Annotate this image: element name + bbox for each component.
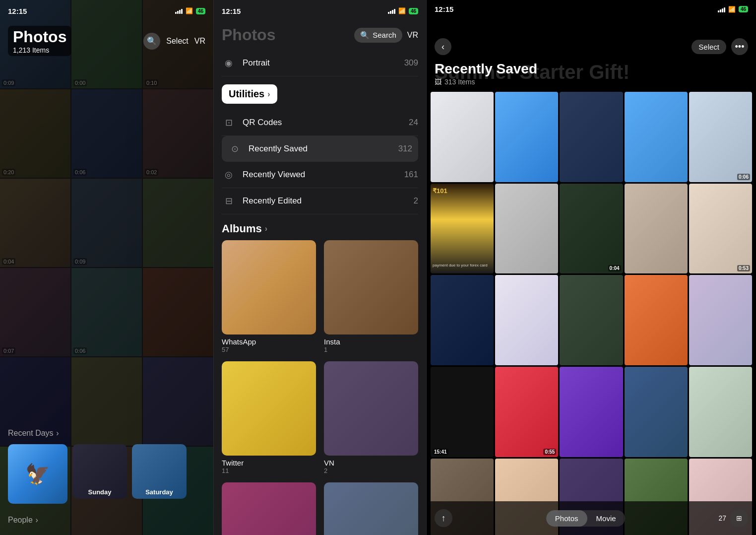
people-chevron: › [35,516,38,524]
status-bar-2: 12:15 📶 46 [222,0,418,22]
grid-thumb-6[interactable]: ₹101 payment due to your forex card [431,184,494,274]
album-recently-edited[interactable]: ⊟ Recently Edited 2 [222,188,418,214]
signal-bar-3 [179,10,181,14]
album-recently-viewed[interactable]: ◎ Recently Viewed 161 [222,162,418,188]
search-button-2[interactable]: 🔍 Search [354,28,402,43]
panel2-actions: 🔍 Search VR [354,28,418,43]
recently-saved-row[interactable]: ⊙ Recently Saved 312 [222,136,418,162]
grid-thumb-7[interactable] [495,184,558,274]
grid-thumb-14[interactable] [625,275,688,365]
day-thumb-saturday[interactable]: Saturday [132,444,187,499]
album-card-vn[interactable]: VN 2 [324,361,418,474]
grid-thumb-4[interactable] [625,92,688,182]
grid-thumb-20[interactable] [689,367,752,457]
day-thumb-featured[interactable]: 🦅 [8,444,67,504]
back-button[interactable]: ‹ [435,38,451,55]
people-section[interactable]: People › [8,514,205,525]
tab-movie[interactable]: Movie [587,510,625,527]
utilities-button[interactable]: Utilities › [222,84,277,104]
panel1-actions: 🔍 Select VR [143,33,205,50]
grid-thumb-8[interactable]: 0:04 [560,184,623,274]
vr-button-2[interactable]: VR [407,31,418,40]
album-card-snapchat[interactable]: Snapchat 11 [222,482,316,535]
vn-thumb [324,361,418,456]
photos-heading: Photos [13,28,66,46]
album-recently-saved[interactable]: ⊙ Recently Saved 312 [222,136,418,162]
search-button-1[interactable]: 🔍 [143,33,160,50]
albums-section-title[interactable]: Albums › [214,214,426,240]
grid-thumb-19[interactable] [625,367,688,457]
grid-thumb-2[interactable] [495,92,558,182]
grid-view-button[interactable]: ⊞ [730,509,748,527]
phot-thumb [324,482,418,535]
tab-photos[interactable]: Photos [546,510,587,527]
album-card-insta[interactable]: Insta 1 [324,240,418,353]
share-button[interactable]: ↑ [435,509,452,527]
more-button[interactable]: ••• [731,38,748,55]
albums-label: Albums [222,222,262,235]
grid-thumb-9[interactable] [625,184,688,274]
wifi-icon: 📶 [186,7,193,14]
select-button-3[interactable]: Select [692,40,726,54]
panel3-main-title: Recently Saved [435,61,748,77]
recently-edited-name: Recently Edited [243,196,302,206]
panel2-header: 12:15 📶 46 Photos 🔍 Search VR [214,0,426,50]
grid-thumb-5[interactable]: 0:06 [689,92,752,182]
grid-thumb-15[interactable] [689,275,752,365]
status-icons-3: 📶 46 [718,6,748,13]
recently-section: ◎ Recently Viewed 161 ⊟ Recently Edited … [214,162,426,214]
status-time-3: 12:15 [435,5,453,13]
count-grid-group: 27 ⊞ [718,509,748,527]
grid-thumb-10[interactable]: 0:53 [689,184,752,274]
vr-button-1[interactable]: VR [194,37,205,46]
battery-badge-3: 46 [739,6,748,12]
grid-thumb-18[interactable] [560,367,623,457]
panel1-photos: 0:09 0:00 0:10 0:20 0:06 0:02 0:04 0:09 … [0,0,213,535]
grid-thumb-12[interactable] [495,275,558,365]
grid-thumb-1[interactable] [431,92,494,182]
panel2-heading: Photos [222,26,275,44]
whatsapp-count: 57 [222,346,316,353]
status-icons-1: 📶 46 [175,7,205,14]
people-label: People [8,516,33,524]
recent-days-chevron[interactable]: › [56,429,59,437]
day-label-sunday: Sunday [72,488,127,496]
album-qr-codes[interactable]: ⊡ QR Codes 24 [222,110,418,136]
signal-bar-1 [175,12,177,14]
qr-left: ⊡ QR Codes [222,116,282,130]
grid-thumb-17[interactable]: 0:55 [495,367,558,457]
album-card-twitter[interactable]: Twitter 11 [222,361,316,474]
panel3-title-section: Summer Starter Gift! Recently Saved 🖼 31… [427,61,756,92]
select-button-1[interactable]: Select [166,37,188,46]
duration-10: 0:53 [737,265,750,271]
album-card-whatsapp[interactable]: WhatsApp 57 [222,240,316,353]
recent-days-title: Recent Days › [8,427,205,438]
albums-grid: WhatsApp 57 Insta 1 Twitter 11 VN 2 Snap… [214,240,426,535]
portrait-count: 309 [404,58,418,68]
panel3-count-text: 313 Items [444,78,475,86]
grid-thumb-16[interactable]: 15:41 [431,367,494,457]
whatsapp-thumb [222,240,316,334]
signal-bars-3 [718,6,725,12]
battery-badge-2: 46 [409,8,418,14]
day-label-saturday: Saturday [132,488,187,496]
panel3-header: ‹ Select ••• [427,13,756,61]
duration-17: 0:55 [543,449,556,455]
duration-8: 0:04 [608,265,621,271]
photos-item-count: 1,213 Items [13,46,66,54]
twitter-count: 11 [222,467,316,474]
insta-count: 1 [324,346,418,353]
recently-viewed-icon: ◎ [222,168,236,182]
panel2-albums: 12:15 📶 46 Photos 🔍 Search VR [213,0,427,535]
album-portrait[interactable]: ◉ Portrait 309 [222,50,418,76]
photos-title-box: Photos 1,213 Items [8,26,71,56]
qr-name: QR Codes [243,118,282,128]
grid-thumb-3[interactable] [560,92,623,182]
status-time-2: 12:15 [222,7,241,15]
grid-thumb-13[interactable] [560,275,623,365]
album-portrait-left: ◉ Portrait [222,56,270,70]
album-card-phot[interactable]: Phot 1 [324,482,418,535]
day-thumb-sunday[interactable]: Sunday [72,444,127,499]
grid-thumb-11[interactable] [431,275,494,365]
recently-edited-count: 2 [414,196,418,206]
